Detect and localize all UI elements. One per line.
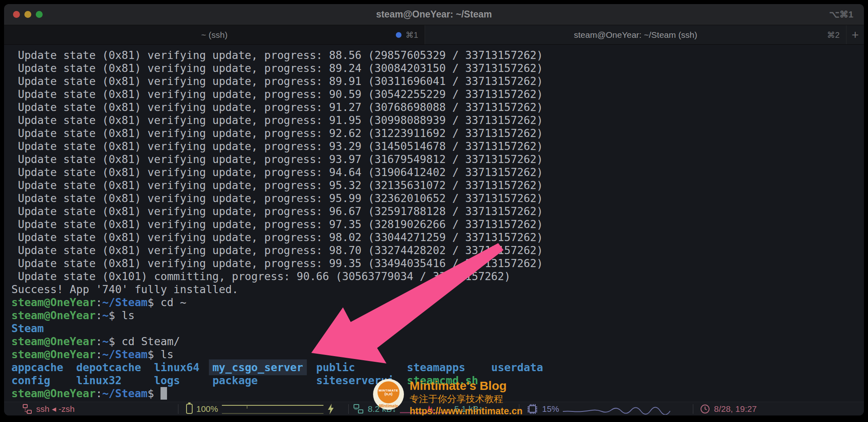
tab-steam-ssh[interactable]: steam@OneYear: ~/Steam (ssh) ⌘2 <box>425 25 846 44</box>
terminal-line: Update state (0x81) verifying update, pr… <box>11 62 864 75</box>
status-divider <box>178 404 178 414</box>
terminal-line: Success! App '740' fully installed. <box>11 283 864 296</box>
owl-face-icon: (o,o) <box>384 392 393 396</box>
cpu-history-graph <box>563 403 673 415</box>
terminal-line: Update state (0x81) verifying update, pr… <box>11 75 864 88</box>
status-divider <box>348 404 349 414</box>
cpu-chip-icon <box>526 403 538 415</box>
terminal-line: steam@OneYear:~$ cd Steam/ <box>11 335 864 348</box>
watermark-title: Mintimate's Blog <box>410 379 523 393</box>
status-battery-label: 100% <box>196 404 218 414</box>
status-session[interactable]: ssh ◂ -zsh <box>22 402 75 415</box>
terminal-line: Update state (0x81) verifying update, pr… <box>11 101 864 114</box>
terminal-line: Update state (0x81) verifying update, pr… <box>11 257 864 270</box>
terminal-line: Update state (0x81) verifying update, pr… <box>11 49 864 62</box>
terminal-window: steam@OneYear: ~/Steam ⌥⌘1 ~ (ssh) ⌘1 st… <box>4 4 864 415</box>
process-tree-icon <box>22 404 33 414</box>
status-battery[interactable]: 100% <box>186 402 334 415</box>
watermark-text: Mintimate's Blog 专注于你分享技术教程 https://www.… <box>410 379 523 415</box>
watermark: MINTIMATE (o,o) Mintimate Mintimate's Bl… <box>373 379 523 415</box>
status-clock-label: 8/28, 19:27 <box>714 404 757 414</box>
status-clock[interactable]: 8/28, 19:27 <box>700 402 757 415</box>
terminal-line: Update state (0x81) verifying update, pr… <box>11 244 864 257</box>
terminal-line: Update state (0x81) verifying update, pr… <box>11 192 864 205</box>
terminal-line: steam@OneYear:~$ ls <box>11 309 864 322</box>
terminal-line: Update state (0x81) verifying update, pr… <box>11 153 864 166</box>
watermark-logo: MINTIMATE (o,o) Mintimate <box>373 379 404 410</box>
terminal-line: Update state (0x81) verifying update, pr… <box>11 166 864 179</box>
close-button[interactable] <box>13 11 20 18</box>
terminal-line: steam@OneYear:~/Steam$ ls <box>11 348 864 361</box>
minimize-button[interactable] <box>24 11 31 18</box>
terminal-line: Update state (0x81) verifying update, pr… <box>11 88 864 101</box>
new-tab-button[interactable]: + <box>846 25 864 44</box>
terminal-line: Update state (0x101) committing, progres… <box>11 270 864 283</box>
terminal-line: Update state (0x81) verifying update, pr… <box>11 218 864 231</box>
status-session-label: ssh ◂ -zsh <box>36 404 75 414</box>
tab-shortcut-hint: ⌘1 <box>406 30 418 40</box>
title-bar: steam@OneYear: ~/Steam ⌥⌘1 <box>4 4 864 25</box>
terminal-line: Update state (0x81) verifying update, pr… <box>11 127 864 140</box>
watermark-logo-badge: MINTIMATE (o,o) <box>378 381 399 403</box>
battery-icon <box>186 404 193 414</box>
network-icon <box>353 403 364 415</box>
watermark-subtitle: 专注于你分享技术教程 <box>410 393 523 405</box>
zoom-button[interactable] <box>36 11 43 18</box>
tab-bar: ~ (ssh) ⌘1 steam@OneYear: ~/Steam (ssh) … <box>4 25 864 45</box>
watermark-url: https://www.mintimate.cn <box>410 405 523 415</box>
terminal-line: Update state (0x81) verifying update, pr… <box>11 179 864 192</box>
clock-icon <box>700 404 710 414</box>
traffic-lights <box>13 4 43 25</box>
watermark-logo-script: Mintimate <box>379 404 398 408</box>
charging-bolt-icon <box>327 403 334 415</box>
terminal-line: Update state (0x81) verifying update, pr… <box>11 114 864 127</box>
terminal-line: appcache depotcache linux64 my_csgo_serv… <box>11 361 864 374</box>
status-divider <box>693 404 693 414</box>
terminal-line: steam@OneYear:~/Steam$ cd ~ <box>11 296 864 309</box>
battery-history-graph <box>222 403 323 415</box>
tab-label: steam@OneYear: ~/Steam (ssh) <box>574 30 697 40</box>
terminal-cursor <box>161 387 167 400</box>
terminal-line: Steam <box>11 322 864 335</box>
terminal-line: Update state (0x81) verifying update, pr… <box>11 205 864 218</box>
terminal-line: Update state (0x81) verifying update, pr… <box>11 231 864 244</box>
status-cpu[interactable]: 15% <box>526 402 673 415</box>
status-cpu-label: 15% <box>542 404 559 414</box>
terminal-line: Update state (0x81) verifying update, pr… <box>11 140 864 153</box>
tab-home-ssh[interactable]: ~ (ssh) ⌘1 <box>4 25 425 44</box>
tab-shortcut-hint: ⌘2 <box>827 30 840 40</box>
terminal-content[interactable]: Update state (0x81) verifying update, pr… <box>4 45 864 402</box>
tab-label: ~ (ssh) <box>201 30 228 40</box>
window-title: steam@OneYear: ~/Steam <box>4 9 864 20</box>
tab-activity-dot <box>396 32 401 38</box>
window-shortcut-hint: ⌥⌘1 <box>829 9 853 20</box>
